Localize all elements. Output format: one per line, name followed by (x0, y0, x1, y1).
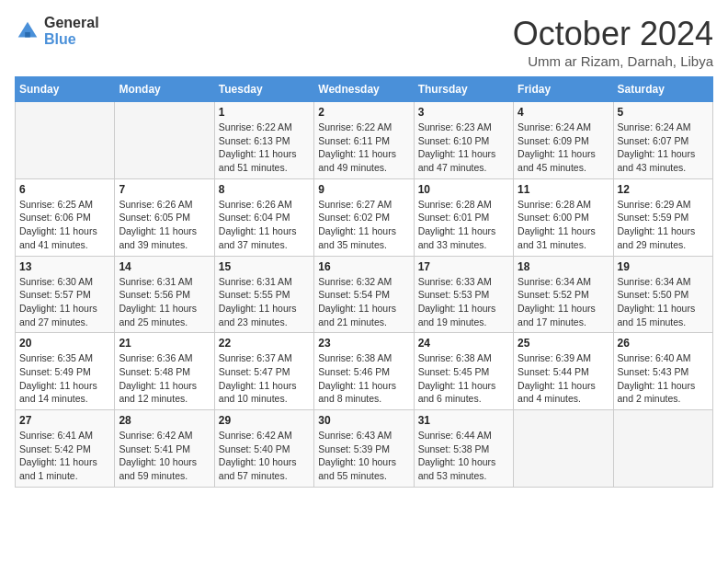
day-number: 17 (418, 260, 509, 273)
calendar-cell: 16Sunrise: 6:32 AM Sunset: 5:54 PM Dayli… (314, 256, 414, 333)
calendar-cell: 31Sunrise: 6:44 AM Sunset: 5:38 PM Dayli… (414, 410, 513, 488)
day-number: 18 (518, 260, 609, 273)
day-number: 29 (219, 414, 310, 427)
page-header: General Blue October 2024 Umm ar Rizam, … (15, 15, 713, 69)
weekday-header-tuesday: Tuesday (214, 77, 313, 102)
logo-icon (15, 18, 40, 44)
title-block: October 2024 Umm ar Rizam, Darnah, Libya (513, 15, 713, 69)
calendar-header-row: SundayMondayTuesdayWednesdayThursdayFrid… (16, 77, 713, 102)
day-number: 2 (318, 106, 409, 119)
calendar-cell: 6Sunrise: 6:25 AM Sunset: 6:06 PM Daylig… (16, 178, 115, 256)
calendar-cell: 11Sunrise: 6:28 AM Sunset: 6:00 PM Dayli… (514, 178, 613, 256)
day-number: 25 (518, 337, 609, 350)
calendar-cell: 9Sunrise: 6:27 AM Sunset: 6:02 PM Daylig… (314, 178, 414, 256)
calendar-cell: 25Sunrise: 6:39 AM Sunset: 5:44 PM Dayli… (514, 333, 613, 410)
calendar-cell: 29Sunrise: 6:42 AM Sunset: 5:40 PM Dayli… (214, 410, 313, 488)
calendar-week-row: 6Sunrise: 6:25 AM Sunset: 6:06 PM Daylig… (16, 178, 713, 256)
day-number: 4 (518, 106, 609, 119)
calendar-cell: 15Sunrise: 6:31 AM Sunset: 5:55 PM Dayli… (214, 256, 313, 333)
weekday-header-friday: Friday (514, 77, 613, 102)
calendar-cell: 14Sunrise: 6:31 AM Sunset: 5:56 PM Dayli… (115, 256, 214, 333)
calendar-cell: 22Sunrise: 6:37 AM Sunset: 5:47 PM Dayli… (214, 333, 313, 410)
day-number: 13 (19, 260, 110, 273)
day-number: 3 (418, 106, 509, 119)
day-info: Sunrise: 6:26 AM Sunset: 6:05 PM Dayligh… (119, 198, 210, 252)
day-info: Sunrise: 6:28 AM Sunset: 6:01 PM Dayligh… (418, 198, 509, 252)
day-info: Sunrise: 6:36 AM Sunset: 5:48 PM Dayligh… (119, 351, 210, 406)
day-number: 26 (618, 337, 709, 350)
day-info: Sunrise: 6:39 AM Sunset: 5:44 PM Dayligh… (518, 351, 609, 406)
logo-blue: Blue (44, 31, 76, 47)
calendar-cell: 23Sunrise: 6:38 AM Sunset: 5:46 PM Dayli… (314, 333, 414, 410)
calendar-cell: 5Sunrise: 6:24 AM Sunset: 6:07 PM Daylig… (613, 102, 712, 179)
day-info: Sunrise: 6:38 AM Sunset: 5:46 PM Dayligh… (318, 351, 409, 406)
day-number: 20 (19, 337, 110, 350)
day-info: Sunrise: 6:38 AM Sunset: 5:45 PM Dayligh… (418, 351, 509, 406)
day-info: Sunrise: 6:44 AM Sunset: 5:38 PM Dayligh… (418, 429, 509, 483)
calendar-week-row: 1Sunrise: 6:22 AM Sunset: 6:13 PM Daylig… (16, 102, 713, 179)
day-number: 5 (618, 106, 709, 119)
calendar-cell (16, 102, 115, 179)
calendar-cell: 20Sunrise: 6:35 AM Sunset: 5:49 PM Dayli… (16, 333, 115, 410)
weekday-header-wednesday: Wednesday (314, 77, 414, 102)
calendar-cell: 13Sunrise: 6:30 AM Sunset: 5:57 PM Dayli… (16, 256, 115, 333)
calendar-cell: 28Sunrise: 6:42 AM Sunset: 5:41 PM Dayli… (115, 410, 214, 488)
calendar-cell: 18Sunrise: 6:34 AM Sunset: 5:52 PM Dayli… (514, 256, 613, 333)
day-info: Sunrise: 6:31 AM Sunset: 5:55 PM Dayligh… (219, 275, 310, 329)
day-info: Sunrise: 6:32 AM Sunset: 5:54 PM Dayligh… (318, 275, 409, 329)
weekday-header-sunday: Sunday (16, 77, 115, 102)
day-number: 15 (219, 260, 310, 273)
month-title: October 2024 (513, 15, 713, 53)
day-info: Sunrise: 6:24 AM Sunset: 6:07 PM Dayligh… (618, 121, 709, 175)
day-number: 21 (119, 337, 210, 350)
day-info: Sunrise: 6:22 AM Sunset: 6:11 PM Dayligh… (318, 121, 409, 175)
calendar-cell: 3Sunrise: 6:23 AM Sunset: 6:10 PM Daylig… (414, 102, 513, 179)
day-info: Sunrise: 6:41 AM Sunset: 5:42 PM Dayligh… (19, 429, 110, 483)
day-number: 12 (618, 183, 709, 196)
day-number: 19 (618, 260, 709, 273)
calendar-week-row: 13Sunrise: 6:30 AM Sunset: 5:57 PM Dayli… (16, 256, 713, 333)
calendar-cell: 17Sunrise: 6:33 AM Sunset: 5:53 PM Dayli… (414, 256, 513, 333)
day-number: 14 (119, 260, 210, 273)
day-info: Sunrise: 6:40 AM Sunset: 5:43 PM Dayligh… (618, 351, 709, 406)
day-number: 28 (119, 414, 210, 427)
day-number: 22 (219, 337, 310, 350)
day-info: Sunrise: 6:34 AM Sunset: 5:50 PM Dayligh… (618, 275, 709, 329)
calendar-cell: 4Sunrise: 6:24 AM Sunset: 6:09 PM Daylig… (514, 102, 613, 179)
day-number: 27 (19, 414, 110, 427)
day-number: 6 (19, 183, 110, 196)
calendar-cell (115, 102, 214, 179)
day-info: Sunrise: 6:23 AM Sunset: 6:10 PM Dayligh… (418, 121, 509, 175)
day-number: 23 (318, 337, 409, 350)
calendar-cell (613, 410, 712, 488)
weekday-header-thursday: Thursday (414, 77, 513, 102)
day-info: Sunrise: 6:33 AM Sunset: 5:53 PM Dayligh… (418, 275, 509, 329)
calendar-week-row: 20Sunrise: 6:35 AM Sunset: 5:49 PM Dayli… (16, 333, 713, 410)
day-info: Sunrise: 6:28 AM Sunset: 6:00 PM Dayligh… (518, 198, 609, 252)
location-title: Umm ar Rizam, Darnah, Libya (513, 53, 713, 69)
logo-general: General (44, 15, 99, 30)
day-number: 7 (119, 183, 210, 196)
calendar-cell: 10Sunrise: 6:28 AM Sunset: 6:01 PM Dayli… (414, 178, 513, 256)
day-info: Sunrise: 6:25 AM Sunset: 6:06 PM Dayligh… (19, 198, 110, 252)
svg-rect-1 (25, 32, 30, 38)
calendar-table: SundayMondayTuesdayWednesdayThursdayFrid… (15, 76, 713, 488)
calendar-cell: 12Sunrise: 6:29 AM Sunset: 5:59 PM Dayli… (613, 178, 712, 256)
day-info: Sunrise: 6:27 AM Sunset: 6:02 PM Dayligh… (318, 198, 409, 252)
day-number: 30 (318, 414, 409, 427)
calendar-cell (514, 410, 613, 488)
calendar-cell: 2Sunrise: 6:22 AM Sunset: 6:11 PM Daylig… (314, 102, 414, 179)
weekday-header-monday: Monday (115, 77, 214, 102)
day-info: Sunrise: 6:24 AM Sunset: 6:09 PM Dayligh… (518, 121, 609, 175)
day-number: 16 (318, 260, 409, 273)
calendar-cell: 19Sunrise: 6:34 AM Sunset: 5:50 PM Dayli… (613, 256, 712, 333)
day-info: Sunrise: 6:37 AM Sunset: 5:47 PM Dayligh… (219, 351, 310, 406)
day-number: 1 (219, 106, 310, 119)
day-number: 11 (518, 183, 609, 196)
day-number: 31 (418, 414, 509, 427)
weekday-header-saturday: Saturday (613, 77, 712, 102)
calendar-week-row: 27Sunrise: 6:41 AM Sunset: 5:42 PM Dayli… (16, 410, 713, 488)
calendar-cell: 8Sunrise: 6:26 AM Sunset: 6:04 PM Daylig… (214, 178, 313, 256)
calendar-cell: 1Sunrise: 6:22 AM Sunset: 6:13 PM Daylig… (214, 102, 313, 179)
day-info: Sunrise: 6:26 AM Sunset: 6:04 PM Dayligh… (219, 198, 310, 252)
